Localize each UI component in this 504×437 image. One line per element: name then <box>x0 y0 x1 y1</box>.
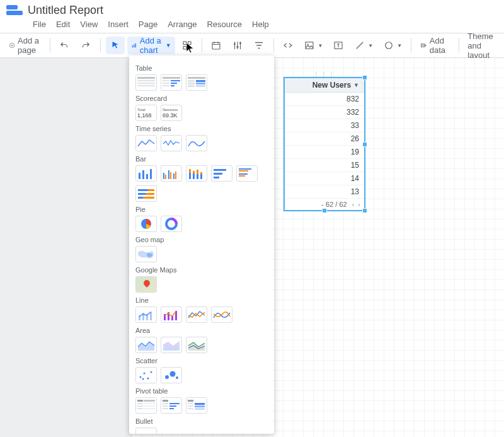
chart-type-table-bars[interactable] <box>161 74 182 91</box>
pager-prev-button[interactable]: ‹ <box>352 201 355 208</box>
menu-view[interactable]: View <box>80 20 98 29</box>
menu-page[interactable]: Page <box>139 20 158 29</box>
theme-layout-button[interactable]: Theme and layout <box>464 37 499 54</box>
shape-button[interactable]: ▼ <box>379 37 406 54</box>
chart-type-bar-horizontal[interactable] <box>211 165 232 182</box>
svg-rect-31 <box>188 80 195 82</box>
add-chart-button[interactable]: Add a chart ▼ <box>127 37 175 54</box>
chart-type-pivot[interactable] <box>135 397 157 414</box>
svg-rect-94 <box>144 408 155 409</box>
chart-type-bubble[interactable] <box>161 367 182 383</box>
table-column-header[interactable]: New Users ▼ <box>285 78 364 93</box>
map-pin-icon <box>142 279 151 288</box>
chart-type-line-combo1[interactable] <box>135 306 157 323</box>
chart-type-pivot-bars[interactable] <box>161 397 182 414</box>
resize-handle[interactable] <box>362 75 367 80</box>
chart-type-timeseries-smooth[interactable] <box>186 135 207 151</box>
chart-type-table-heatmap[interactable] <box>186 74 207 91</box>
svg-point-10 <box>239 42 241 44</box>
chart-type-area[interactable] <box>135 337 157 353</box>
svg-rect-19 <box>137 85 155 86</box>
table-chart-object[interactable]: ⋮⋮⋮ New Users ▼ 832 332 33 26 19 15 14 1… <box>284 77 365 211</box>
chart-type-bar-grouped[interactable] <box>161 165 182 182</box>
section-label-table: Table <box>135 64 268 72</box>
chart-type-pivot-heatmap[interactable] <box>186 397 207 414</box>
url-embed-button[interactable] <box>278 37 297 54</box>
add-data-button[interactable]: Add data <box>416 37 454 54</box>
chart-type-area-100[interactable] <box>186 337 207 353</box>
svg-rect-23 <box>171 85 175 86</box>
svg-point-8 <box>234 43 236 45</box>
chart-type-bar-horizontal-grouped[interactable] <box>236 165 258 182</box>
menu-help[interactable]: Help <box>252 20 269 29</box>
svg-rect-106 <box>195 403 205 405</box>
svg-rect-93 <box>137 408 143 409</box>
text-button[interactable] <box>329 37 348 54</box>
chart-type-line-combo2[interactable] <box>161 306 182 323</box>
chart-type-line[interactable] <box>186 306 207 323</box>
data-control-button[interactable] <box>249 37 268 54</box>
menu-arrange[interactable]: Arrange <box>168 20 197 29</box>
chart-type-timeseries[interactable] <box>135 135 157 151</box>
redo-icon <box>80 40 91 51</box>
svg-rect-105 <box>188 408 193 409</box>
select-tool-button[interactable] <box>106 37 125 54</box>
chart-type-google-maps[interactable] <box>135 276 157 293</box>
svg-rect-42 <box>173 173 175 179</box>
chart-type-pie[interactable] <box>135 216 157 232</box>
chart-type-scatter[interactable] <box>135 367 157 383</box>
menu-insert[interactable]: Insert <box>108 20 129 29</box>
svg-rect-11 <box>306 42 313 49</box>
chart-type-line-smooth[interactable] <box>211 306 232 323</box>
resize-handle[interactable] <box>362 142 367 147</box>
line-button[interactable]: ▼ <box>350 37 377 54</box>
resize-handle[interactable] <box>322 208 327 213</box>
add-page-button[interactable]: Add a page <box>5 37 45 54</box>
svg-point-9 <box>237 46 239 48</box>
menu-file[interactable]: File <box>33 20 46 29</box>
chevron-down-icon: ▼ <box>353 82 359 88</box>
chart-type-table[interactable] <box>135 74 157 91</box>
chart-type-timeseries-spark[interactable] <box>161 135 182 151</box>
section-label-pivot: Pivot table <box>135 387 268 395</box>
resize-handle[interactable] <box>362 208 367 213</box>
menu-edit[interactable]: Edit <box>56 20 70 29</box>
chart-type-bar-stacked[interactable] <box>186 165 207 182</box>
svg-rect-107 <box>195 405 205 407</box>
svg-point-85 <box>170 371 176 377</box>
chart-type-donut[interactable] <box>161 216 182 232</box>
redo-button[interactable] <box>76 37 95 54</box>
svg-rect-102 <box>188 400 193 402</box>
community-viz-button[interactable] <box>178 37 197 54</box>
filter-control-button[interactable] <box>228 37 247 54</box>
menu-resource[interactable]: Resource <box>207 20 242 29</box>
chart-type-scorecard-compact[interactable]: Sessions69.3K <box>161 105 182 121</box>
undo-button[interactable] <box>55 37 74 54</box>
date-range-button[interactable] <box>207 37 226 54</box>
svg-rect-88 <box>144 400 155 402</box>
chart-type-geomap[interactable] <box>135 246 157 262</box>
document-title[interactable]: Untitled Report <box>28 4 103 17</box>
chart-type-scorecard[interactable]: Total1,168 <box>135 105 157 121</box>
chart-type-bar-horizontal-stacked[interactable] <box>135 185 157 202</box>
table-row: 15 <box>285 159 364 172</box>
drag-handle-icon[interactable]: ⋮⋮⋮ <box>313 71 336 78</box>
svg-rect-5 <box>188 42 191 45</box>
section-label-scatter: Scatter <box>135 357 268 364</box>
undo-icon <box>59 40 70 51</box>
chart-type-bar-column[interactable] <box>135 165 157 182</box>
svg-point-86 <box>176 376 178 379</box>
svg-rect-100 <box>169 405 176 407</box>
chart-type-bullet[interactable] <box>135 428 157 434</box>
canvas-gutter <box>0 58 132 437</box>
sliders-icon <box>232 40 243 51</box>
plus-circle-icon <box>9 40 15 51</box>
svg-rect-2 <box>134 44 134 47</box>
chart-type-area-stacked[interactable] <box>161 337 182 353</box>
pager-next-button[interactable]: › <box>358 201 360 208</box>
svg-rect-15 <box>421 44 425 47</box>
svg-rect-97 <box>163 405 168 407</box>
svg-rect-29 <box>196 83 205 84</box>
add-data-icon <box>420 40 427 51</box>
image-button[interactable]: ▼ <box>300 37 326 54</box>
